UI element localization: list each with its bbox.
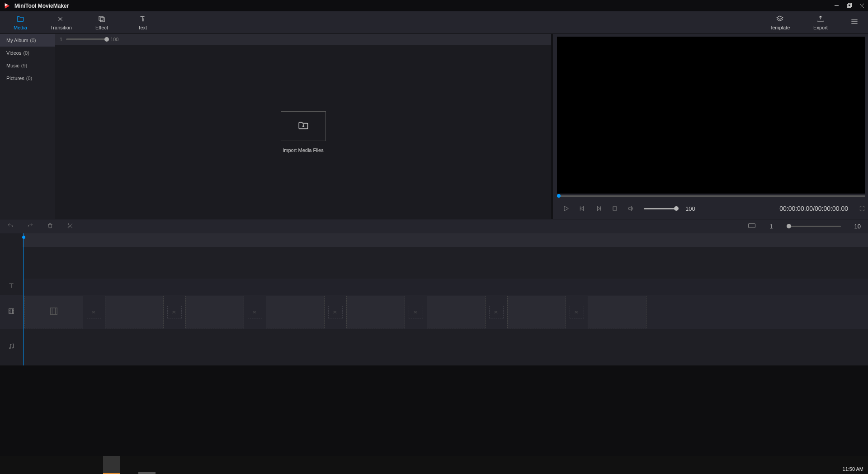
- timeline-tracks[interactable]: [23, 233, 868, 365]
- taskbar-app[interactable]: [138, 472, 156, 474]
- template-icon: [776, 15, 784, 24]
- title-bar: MiniTool MovieMaker: [0, 0, 868, 11]
- volume-slider[interactable]: [644, 208, 676, 209]
- tab-transition[interactable]: Transition: [41, 11, 81, 33]
- sidebar-item-music[interactable]: Music (9): [0, 59, 55, 72]
- window-maximize-button[interactable]: [843, 0, 855, 11]
- preview-controls: 100 00:00:00.00/00:00:00.00: [557, 198, 865, 219]
- menu-button[interactable]: [841, 11, 868, 33]
- clip-placeholder[interactable]: [507, 296, 566, 328]
- volume-value: 100: [685, 205, 695, 212]
- template-button[interactable]: Template: [760, 11, 800, 33]
- transition-icon: [57, 15, 65, 24]
- delete-button[interactable]: [47, 223, 53, 231]
- top-toolbar: Media Transition Effect Text Template Ex…: [0, 11, 868, 34]
- clip-placeholder[interactable]: [266, 296, 325, 328]
- button-label: Template: [770, 25, 790, 30]
- windows-taskbar[interactable]: 11:50 AM: [0, 456, 868, 474]
- time-display: 00:00:00.00/00:00:00.00: [779, 205, 848, 212]
- svg-rect-17: [613, 207, 617, 210]
- effect-icon: [98, 15, 106, 24]
- folder-download-icon: [297, 119, 309, 133]
- tab-label: Transition: [50, 25, 72, 30]
- next-frame-button[interactable]: [595, 205, 602, 212]
- sidebar-item-myalbum[interactable]: My Album (0): [0, 34, 55, 47]
- timeline-zoom-min: 1: [769, 223, 773, 230]
- audio-track[interactable]: [23, 329, 868, 365]
- tab-label: Effect: [95, 25, 108, 30]
- svg-marker-12: [564, 206, 568, 211]
- timeline-ruler[interactable]: [23, 233, 868, 247]
- window-close-button[interactable]: [855, 0, 868, 11]
- clip-placeholder[interactable]: [185, 296, 244, 328]
- export-button[interactable]: Export: [800, 11, 841, 33]
- video-track-label[interactable]: [0, 295, 23, 329]
- split-button[interactable]: [67, 223, 73, 231]
- svg-rect-30: [51, 308, 57, 315]
- slider-thumb[interactable]: [104, 37, 109, 42]
- sidebar-item-count: (0): [30, 38, 36, 43]
- preview-progress-bar[interactable]: [557, 194, 865, 198]
- transition-placeholder[interactable]: [570, 306, 584, 318]
- clip-placeholder[interactable]: [105, 296, 164, 328]
- redo-button[interactable]: [27, 223, 33, 231]
- window-minimize-button[interactable]: [830, 0, 843, 11]
- import-media-button[interactable]: [281, 111, 326, 141]
- text-track-label[interactable]: [0, 279, 23, 295]
- transition-placeholder[interactable]: [87, 306, 101, 318]
- fit-timeline-button[interactable]: [748, 223, 756, 231]
- svg-rect-4: [848, 4, 851, 7]
- taskbar-clock[interactable]: 11:50 AM: [838, 465, 868, 474]
- sidebar-item-count: (0): [26, 76, 32, 81]
- transition-placeholder[interactable]: [489, 306, 504, 318]
- sidebar-item-count: (9): [21, 63, 27, 68]
- audio-track-label[interactable]: [0, 329, 23, 365]
- zoom-min-label: 1: [60, 37, 62, 42]
- timeline-toolbar: 1 10: [0, 219, 868, 233]
- media-panel: 1 100 Import Media Files: [55, 34, 553, 219]
- zoom-max-label: 100: [110, 37, 118, 42]
- svg-point-18: [68, 223, 69, 224]
- timeline: [0, 233, 868, 365]
- svg-rect-8: [100, 18, 104, 22]
- folder-icon: [16, 15, 24, 24]
- transition-placeholder[interactable]: [167, 306, 182, 318]
- preview-video[interactable]: [557, 37, 865, 194]
- transition-placeholder[interactable]: [248, 306, 262, 318]
- slider-thumb[interactable]: [787, 224, 791, 228]
- timeline-playhead[interactable]: [24, 233, 24, 365]
- taskbar-app-active[interactable]: [103, 456, 120, 474]
- prev-frame-button[interactable]: [579, 205, 586, 212]
- play-button[interactable]: [562, 205, 570, 212]
- sidebar-item-pictures[interactable]: Pictures (0): [0, 72, 55, 85]
- preview-panel: 100 00:00:00.00/00:00:00.00: [553, 34, 868, 219]
- clip-placeholder[interactable]: [24, 296, 83, 328]
- clip-placeholder[interactable]: [346, 296, 405, 328]
- timeline-zoom-slider[interactable]: [787, 226, 841, 227]
- undo-button[interactable]: [7, 223, 14, 231]
- fullscreen-button[interactable]: [859, 205, 865, 212]
- import-label: Import Media Files: [283, 147, 323, 153]
- stop-button[interactable]: [611, 205, 618, 212]
- sidebar-item-label: Music: [6, 63, 19, 68]
- clip-placeholder[interactable]: [588, 296, 646, 328]
- clip-placeholder[interactable]: [427, 296, 486, 328]
- transition-placeholder[interactable]: [409, 306, 423, 318]
- svg-marker-15: [597, 206, 600, 210]
- sidebar-item-videos[interactable]: Videos (0): [0, 47, 55, 59]
- slider-thumb[interactable]: [674, 206, 679, 211]
- tab-text[interactable]: Text: [122, 11, 163, 33]
- transition-placeholder[interactable]: [328, 306, 343, 318]
- text-track[interactable]: [23, 279, 868, 295]
- svg-point-19: [68, 227, 69, 228]
- svg-rect-21: [9, 309, 14, 314]
- video-track[interactable]: [23, 295, 868, 329]
- mute-button[interactable]: [627, 205, 635, 212]
- media-zoom-slider[interactable]: [66, 38, 107, 40]
- tab-effect[interactable]: Effect: [81, 11, 122, 33]
- progress-playhead[interactable]: [557, 194, 561, 198]
- tab-media[interactable]: Media: [0, 11, 41, 33]
- svg-rect-20: [749, 223, 755, 228]
- clock-time: 11:50 AM: [843, 466, 863, 472]
- export-icon: [816, 15, 825, 24]
